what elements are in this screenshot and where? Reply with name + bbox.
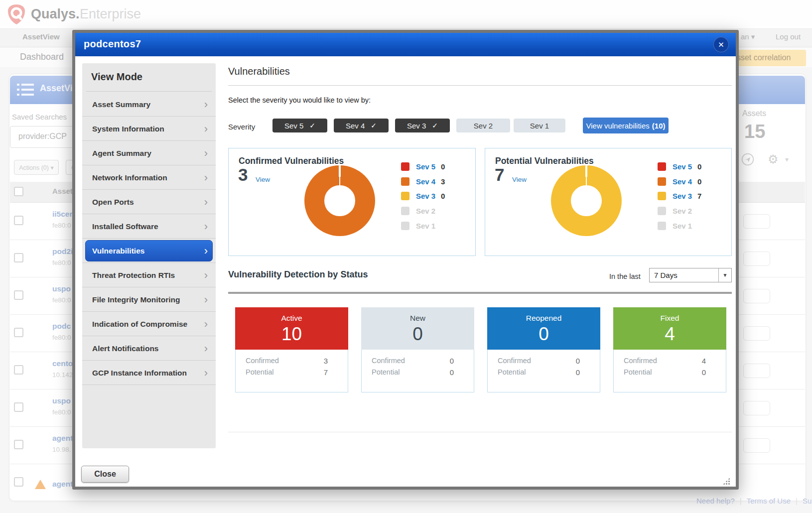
asset-name-link[interactable]: podc [52,322,71,331]
logout-link[interactable]: Log out [776,32,801,41]
sidebar-item-system-information[interactable]: System Information › [82,117,216,141]
in-the-last-label: In the last [609,272,641,280]
sev5-swatch [658,162,666,171]
list-icon [17,83,34,96]
sidebar-item-threat-protection-rtis[interactable]: Threat Protection RTIs › [82,263,216,287]
chevron-right-icon: › [204,214,208,239]
sev3-link[interactable]: Sev 3 [416,192,441,200]
row-badge [743,214,770,229]
user-menu[interactable]: an ▾ [741,32,755,41]
sev-4-toggle[interactable]: Sev 4 ✓ [334,119,389,132]
potential-count: 7 [495,165,504,185]
row-badge [743,438,770,453]
view-link[interactable]: View [256,176,270,183]
help-link[interactable]: Need help? [696,497,735,505]
row-checkbox[interactable] [14,365,23,375]
asset-column-header[interactable]: Asset [52,187,73,195]
confirmed-vulnerabilities-panel: Confirmed Vulnerabilities 3 View Sev 5 0… [228,148,476,256]
sidebar-item-installed-software[interactable]: Installed Software › [82,214,216,239]
legend-row: Sev 3 7 [658,189,701,204]
asset-name-link[interactable]: uspo [52,284,71,293]
chevron-right-icon: › [204,190,208,214]
navigate-icon[interactable] [741,153,754,166]
panel-title: Potential Vulnerabilities [495,156,594,166]
sev-3-toggle[interactable]: Sev 3 ✓ [395,119,450,132]
potential-donut-chart [551,165,622,236]
resize-handle[interactable] [723,478,730,485]
chevron-right-icon: › [204,165,208,190]
sev5-link[interactable]: Sev 5 [416,162,441,171]
row-checkbox[interactable] [14,290,23,300]
sidebar-item-asset-summary[interactable]: Asset Summary › [82,92,216,117]
assets-count-label: Assets [742,109,766,118]
asset-name-link[interactable]: uspo [52,396,71,405]
status-card-new: New 0 Confirmed0 Potential0 [361,307,474,392]
severity-label: Severity [228,123,255,131]
dialog-titlebar[interactable]: podcentos7 ✕ [75,33,736,56]
close-button[interactable]: Close [81,466,129,483]
legend-row: Sev 5 0 [658,159,701,174]
tab-assetview[interactable]: AssetView [22,32,60,41]
nav-dashboard[interactable]: Dashboard [20,52,64,62]
dialog-title: podcentos7 [84,38,141,50]
row-checkbox[interactable] [14,477,23,487]
sidebar-item-indication-of-compromise[interactable]: Indication of Compromise › [82,312,216,336]
sidebar-item-file-integrity-monitoring[interactable]: File Integrity Monitoring › [82,287,216,312]
sev-2-toggle[interactable]: Sev 2 [456,119,510,132]
sev4-swatch [401,177,409,186]
gear-icon[interactable]: ⚙ [768,152,779,166]
chevron-right-icon: › [204,239,208,263]
asset-address: fe80:0 [52,222,71,229]
row-checkbox[interactable] [14,402,23,412]
sev4-link[interactable]: Sev 4 [673,177,697,186]
row-badge [743,326,770,341]
asset-name-link[interactable]: ii5cer [52,210,73,219]
chevron-right-icon: › [204,287,208,312]
row-badge [743,289,770,303]
sev3-link[interactable]: Sev 3 [673,192,697,200]
severity-instruction: Select the severity you would like to vi… [228,96,371,104]
period-select[interactable]: 7 Days ▼ [649,268,732,282]
asset-name-link[interactable]: agent [52,434,73,443]
sidebar-item-gcp-instance-information[interactable]: GCP Instance Information › [82,361,216,385]
asset-address: fe80:0 [52,296,71,304]
support-link[interactable]: Support [803,497,812,505]
asset-name-link[interactable]: cento [52,359,73,368]
terms-link[interactable]: Terms of Use [747,497,791,505]
sev-5-toggle[interactable]: Sev 5 ✓ [272,119,327,132]
legend-row: Sev 5 0 [401,159,445,174]
asset-address: 10.98. [52,446,71,453]
sev5-link[interactable]: Sev 5 [673,162,697,171]
status-card-fixed: Fixed 4 Confirmed4 Potential0 [613,307,726,392]
sev4-link[interactable]: Sev 4 [416,177,441,186]
select-all-checkbox[interactable] [14,187,23,196]
chevron-down-icon: ▾ [751,32,755,41]
row-checkbox[interactable] [14,216,23,225]
sev3-swatch [658,192,666,200]
chevron-down-icon[interactable]: ▾ [785,155,789,163]
sidebar-item-agent-summary[interactable]: Agent Summary › [82,141,216,165]
sev2-swatch [658,207,666,215]
view-link[interactable]: View [512,176,527,183]
sidebar-item-vulnerabilities[interactable]: Vulnerabilities › [82,239,216,263]
card-body: Confirmed4 Potential0 [613,350,726,392]
saved-searches-label[interactable]: Saved Searches [12,113,67,121]
sidebar-item-alert-notifications[interactable]: Alert Notifications › [82,336,216,361]
row-checkbox[interactable] [14,253,23,262]
chevron-right-icon: › [204,336,208,361]
sidebar-item-network-information[interactable]: Network Information › [82,165,216,190]
panel-title: Confirmed Vulnerabilities [239,156,344,166]
view-vulnerabilities-button[interactable]: View vulnerabilities (10) [583,118,669,133]
sev-1-toggle[interactable]: Sev 1 [514,119,565,132]
asset-details-dialog: podcentos7 ✕ View Mode Asset Summary › S… [72,30,739,490]
row-checkbox[interactable] [14,440,23,449]
potential-vulnerabilities-panel: Potential Vulnerabilities 7 View Sev 5 0… [485,148,732,256]
asset-name-link[interactable]: pod2i [52,247,73,256]
row-checkbox[interactable] [14,328,23,337]
legend-row: Sev 2 [658,204,701,219]
close-icon[interactable]: ✕ [713,37,729,52]
sidebar-item-open-ports[interactable]: Open Ports › [82,190,216,214]
vulnerability-count: (10) [652,122,666,130]
card-header: New 0 [361,307,474,350]
actions-dropdown[interactable]: Actions (0) ▾ [14,160,59,175]
